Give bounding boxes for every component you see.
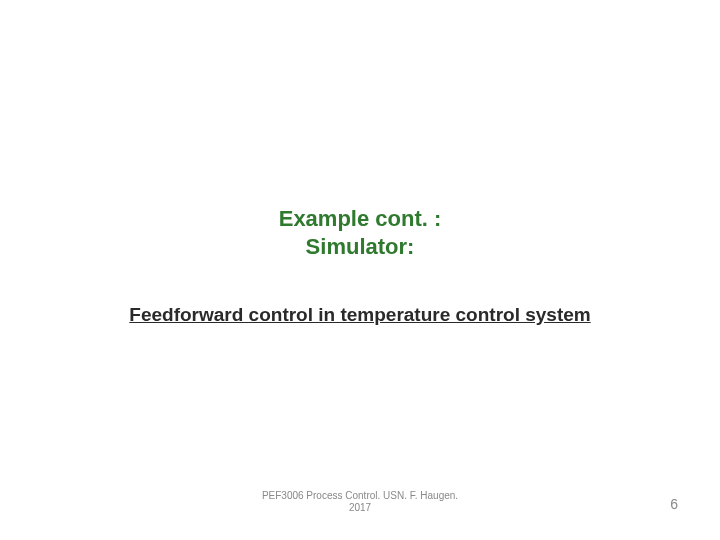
body-link-row: Feedforward control in temperature contr… xyxy=(0,304,720,326)
slide-title: Example cont. : Simulator: xyxy=(0,205,720,260)
footer-line-2: 2017 xyxy=(0,502,720,514)
title-line-2: Simulator: xyxy=(0,233,720,261)
page-number: 6 xyxy=(670,496,678,512)
slide: Example cont. : Simulator: Feedforward c… xyxy=(0,0,720,540)
footer: PEF3006 Process Control. USN. F. Haugen.… xyxy=(0,490,720,514)
footer-line-1: PEF3006 Process Control. USN. F. Haugen. xyxy=(0,490,720,502)
feedforward-link[interactable]: Feedforward control in temperature contr… xyxy=(129,304,590,325)
title-line-1: Example cont. : xyxy=(0,205,720,233)
